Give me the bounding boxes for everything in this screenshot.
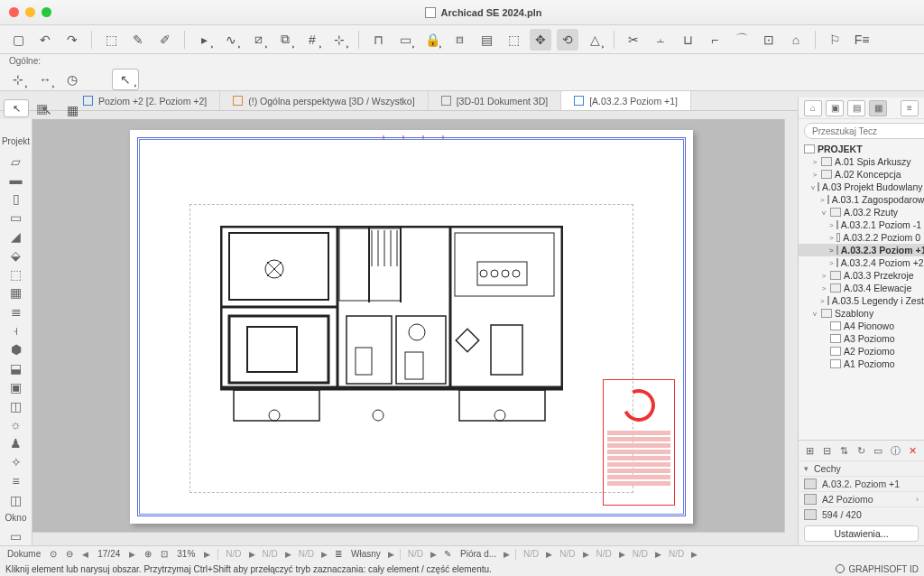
minimize-icon[interactable] (25, 7, 35, 17)
line-tool-icon[interactable]: ∿ (220, 29, 242, 51)
eyedropper-icon[interactable]: ✎ (127, 29, 149, 51)
opening-tool-icon[interactable]: ◫ (5, 397, 28, 414)
layers-icon[interactable]: ≣ (333, 549, 344, 559)
door-icon[interactable]: ◫ (5, 491, 28, 508)
zoom-extents-icon[interactable]: ⊙ (48, 549, 59, 559)
nav-publisher-icon[interactable]: ▦ (869, 100, 887, 116)
tree-row[interactable]: >A.03.4 Elewacje (799, 282, 924, 294)
delete-icon[interactable]: ✕ (906, 443, 919, 458)
railing-tool-icon[interactable]: ⫞ (5, 322, 28, 339)
move-icon[interactable]: ✥ (530, 29, 551, 51)
corner-icon[interactable]: ⌐ (704, 29, 725, 51)
grid-icon[interactable]: # (301, 29, 323, 51)
distribute-icon[interactable]: ⊔ (677, 29, 698, 51)
tree-row[interactable]: >A.03.2.2 Poziom 0 (799, 231, 924, 244)
new-doc-icon[interactable]: ▢ (7, 29, 29, 51)
drawing-canvas[interactable]: × (32, 119, 798, 545)
tree-row[interactable]: >A.03.3 Przekroje (799, 269, 924, 282)
arrow-selector[interactable]: ↖ (4, 99, 29, 117)
snap-icon[interactable]: ⊹ (328, 29, 350, 51)
shell-tool-icon[interactable]: ⬙ (5, 246, 28, 264)
tree-row[interactable]: >A.03.2.4 Poziom +2 (799, 256, 924, 269)
select-icon[interactable]: ▭ (872, 443, 884, 458)
pan-mode-icon[interactable]: ↔ (34, 69, 56, 90)
object-tool-icon[interactable]: ⬓ (5, 359, 28, 376)
warning-icon[interactable]: △ (584, 29, 605, 51)
mesh-tool-icon[interactable]: ⬚ (5, 265, 28, 283)
tree-row[interactable]: >A.02 Koncepcja (799, 168, 924, 181)
close-icon[interactable] (9, 7, 19, 17)
nav-menu-icon[interactable]: ≡ (901, 100, 919, 116)
tab-poziom1[interactable]: [A.03.2.3 Poziom +1] (561, 91, 691, 110)
props-header[interactable]: ▾Cechy (799, 460, 924, 476)
tab-perspektywa[interactable]: (!) Ogólna perspektywa [3D / Wszystko] (220, 91, 428, 110)
link-icon[interactable]: ⇅ (838, 443, 851, 458)
graphisoft-id[interactable]: GRAPHISOFT ID (836, 564, 919, 574)
window-tool-icon[interactable]: ⊡ (758, 29, 780, 51)
new-master-icon[interactable]: ⊟ (821, 443, 834, 458)
tree-root[interactable]: PROJEKT (799, 143, 924, 155)
arrow-tool-icon[interactable]: ▸ (193, 29, 215, 51)
tree-row[interactable]: A1 Poziomo (799, 358, 924, 370)
pick-icon[interactable]: ⬚ (100, 29, 122, 51)
tab-3d-dokument[interactable]: [3D-01 Dokument 3D] (429, 91, 562, 110)
tree-row[interactable]: A3 Poziomo (799, 332, 924, 345)
zoom-in-icon[interactable]: ⊕ (143, 549, 153, 559)
next-icon[interactable]: ▶ (127, 550, 137, 559)
bulb-tool-icon[interactable]: ✧ (5, 454, 28, 471)
sb-wlasny[interactable]: Własny (349, 549, 383, 559)
align-icon[interactable]: ⫠ (650, 29, 671, 51)
settings-button[interactable]: Ustawienia... (804, 525, 919, 542)
syringe-icon[interactable]: ✐ (154, 29, 176, 51)
nav-project-icon[interactable]: ⌂ (804, 100, 822, 116)
stair-tool-icon[interactable]: ≣ (5, 303, 28, 321)
angle-icon[interactable]: ⧉ (274, 29, 296, 51)
cursor-select[interactable]: ↖ (112, 69, 139, 90)
nav-view-icon[interactable]: ▣ (826, 100, 844, 116)
magnet-icon[interactable]: ⊓ (367, 29, 389, 51)
curtain-wall-icon[interactable]: ▦ (5, 284, 28, 302)
sb-piora[interactable]: Pióra d... (458, 549, 498, 559)
navigator-tree[interactable]: PROJEKT >A.01 Spis Arkuszy>A.02 Koncepcj… (799, 143, 924, 440)
history-icon[interactable]: ◷ (61, 69, 83, 90)
zone-tool-icon[interactable]: ▣ (5, 378, 28, 395)
rotate-icon[interactable]: ⟲ (557, 29, 578, 51)
update-icon[interactable]: ↻ (855, 443, 868, 458)
section-tool-icon[interactable]: ≡ (5, 472, 28, 489)
info-icon[interactable]: ⓘ (889, 443, 901, 458)
ruler-icon[interactable]: ⧄ (247, 29, 269, 51)
tree-row[interactable]: A2 Poziomo (799, 345, 924, 358)
cut-icon[interactable]: ✂ (623, 29, 644, 51)
lamp-tool-icon[interactable]: ☼ (5, 416, 28, 433)
props-template[interactable]: A2 Poziomo › (799, 491, 924, 506)
beam-tool-icon[interactable]: ▭ (5, 209, 28, 227)
morph-tool-icon[interactable]: ⬢ (5, 341, 28, 358)
stairs-icon[interactable]: ▤ (476, 29, 497, 51)
slab-tool-icon[interactable]: ▬ (5, 172, 28, 189)
roof-tool-icon[interactable]: ◢ (5, 228, 28, 246)
marquee-icon[interactable]: ⬚ (503, 29, 524, 51)
tree-row[interactable]: >A.01 Spis Arkuszy (799, 155, 924, 168)
text-format-icon[interactable]: F≡ (851, 29, 873, 51)
lock-icon[interactable]: 🔒 (421, 29, 443, 51)
zoom-fit-icon[interactable]: ⊡ (159, 549, 170, 559)
grid-small-icon[interactable]: ▦ (61, 99, 83, 121)
tab-poziom2[interactable]: Poziom +2 [2. Poziom +2] (70, 91, 220, 110)
door-tool-icon[interactable]: ⌂ (785, 29, 807, 51)
tree-row[interactable]: vA.03 Projekt Budowlany (799, 181, 924, 193)
chair-tool-icon[interactable]: ♟ (5, 435, 28, 452)
column-tool-icon[interactable]: ▯ (5, 190, 28, 208)
redo-icon[interactable]: ↷ (61, 29, 83, 51)
tree-row[interactable]: >A.03.2.3 Poziom +1 (799, 244, 924, 256)
sb-dokume[interactable]: Dokume (5, 549, 42, 559)
tree-row[interactable]: >A.03.2.1 Poziom -1 (799, 218, 924, 231)
wall-tool-icon[interactable]: ▱ (5, 153, 28, 170)
grid-toggle-icon[interactable]: ▦ (36, 101, 48, 116)
rect-icon[interactable]: ▭ (394, 29, 416, 51)
fillet-icon[interactable]: ⌒ (731, 29, 753, 51)
new-layout-icon[interactable]: ⊞ (804, 443, 817, 458)
zoom-out-icon[interactable]: ⊖ (64, 549, 75, 559)
window-icon[interactable]: ▭ (5, 527, 28, 544)
coord-mode-icon[interactable]: ⊹ (7, 69, 29, 90)
maximize-icon[interactable] (42, 7, 51, 17)
